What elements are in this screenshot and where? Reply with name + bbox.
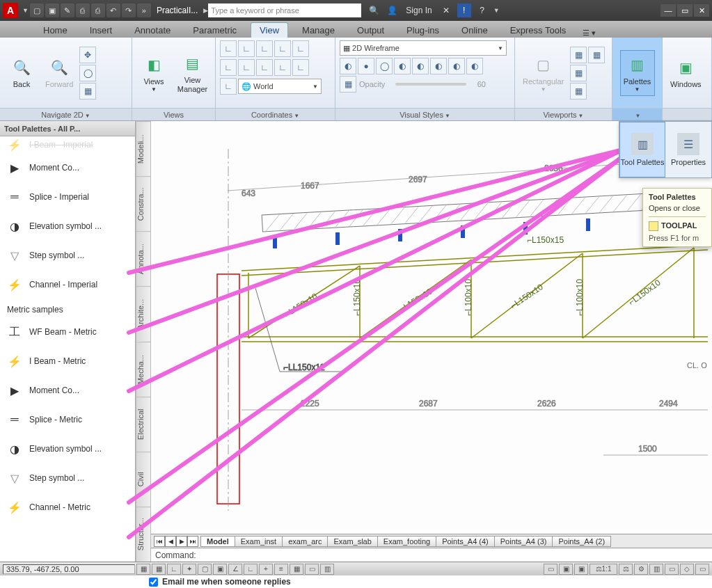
vs-icon-2[interactable]: ●: [358, 58, 374, 74]
back-button[interactable]: 🔍Back: [4, 50, 39, 96]
vs-icon-8[interactable]: ◐: [466, 58, 483, 74]
status-osnap-icon[interactable]: ▢: [198, 564, 212, 575]
side-tab-civil[interactable]: Civil: [136, 452, 150, 507]
layout-nav-prev[interactable]: ◀: [165, 536, 176, 547]
layout-tab-model[interactable]: Model: [200, 536, 235, 547]
ucs-icon-7[interactable]: ∟: [238, 59, 255, 76]
qat-save-icon[interactable]: ✎: [61, 3, 74, 17]
status-iso-icon[interactable]: ◇: [680, 564, 694, 575]
info-icon[interactable]: !: [457, 3, 471, 17]
pan-icon[interactable]: ✥: [79, 47, 96, 63]
status-model-toggle[interactable]: ▭: [544, 564, 557, 575]
tp-item-ibeam-imperial[interactable]: ⚡I Beam - Imperial: [0, 136, 135, 153]
layout-nav-last[interactable]: ⏭: [187, 536, 198, 547]
vs-icon-5[interactable]: ◐: [412, 58, 429, 74]
status-sc-icon[interactable]: ▥: [320, 564, 334, 575]
view-manager-button[interactable]: ▤View Manager: [174, 50, 211, 96]
help-icon[interactable]: ?: [475, 3, 489, 17]
tab-online[interactable]: Online: [453, 23, 496, 38]
panel-views-title[interactable]: Views: [132, 108, 215, 120]
tool-palette-header[interactable]: Tool Palettes - All P...: [0, 121, 135, 136]
tp-item-splice-imperial[interactable]: ═Splice - Imperial: [0, 182, 135, 212]
rectangular-button[interactable]: ▢Rectangular▼: [519, 50, 567, 96]
tab-home[interactable]: Home: [35, 23, 76, 38]
layout-tab-2[interactable]: exam_arc: [282, 536, 328, 547]
side-tab-modeling[interactable]: Modeli...: [136, 121, 150, 176]
panel-visual-styles-title[interactable]: Visual Styles▼: [335, 108, 514, 120]
vs-icon-3[interactable]: ◯: [376, 58, 393, 74]
status-qv-icon[interactable]: ▣: [574, 564, 588, 575]
status-tpy-icon[interactable]: ▦: [290, 564, 303, 575]
doc-arrow[interactable]: ▶: [203, 7, 208, 14]
tab-express[interactable]: Express Tools: [502, 23, 575, 38]
tab-insert[interactable]: Insert: [81, 23, 121, 38]
qat-more-icon[interactable]: »: [137, 3, 151, 17]
email-checkbox[interactable]: [149, 578, 158, 587]
status-toolbar-icon[interactable]: ▥: [649, 564, 663, 575]
qat-saveas-icon[interactable]: ⎙: [76, 3, 90, 17]
ucs-icon-6[interactable]: ∟: [220, 59, 237, 76]
qat-new-icon[interactable]: ▢: [30, 3, 44, 17]
side-tab-mechanical[interactable]: Mecha...: [136, 342, 150, 397]
panel-viewports-title[interactable]: Viewports▼: [515, 108, 612, 120]
ucs-icon-2[interactable]: ∟: [238, 40, 255, 57]
tp-item-channel-metric[interactable]: ⚡Channel - Metric: [0, 493, 135, 522]
side-tab-structural[interactable]: Structur...: [136, 507, 150, 562]
tab-manage[interactable]: Manage: [294, 23, 343, 38]
ucs-icon-4[interactable]: ∟: [274, 40, 291, 57]
status-clean-icon[interactable]: ▭: [695, 564, 709, 575]
status-layout-icon[interactable]: ▣: [559, 564, 573, 575]
properties-item[interactable]: ☰ Properties: [665, 122, 711, 177]
status-grid-icon[interactable]: ▦: [152, 564, 166, 575]
vs-icon-6[interactable]: ◐: [430, 58, 447, 74]
status-ducs-icon[interactable]: ∟: [244, 564, 258, 575]
tp-item-elevation-imperial[interactable]: ◑Elevation symbol ...: [0, 212, 135, 241]
tp-item-moment-imperial[interactable]: ▶Moment Co...: [0, 153, 135, 182]
ucs-icon-8[interactable]: ∟: [256, 59, 273, 76]
tab-annotate[interactable]: Annotate: [126, 23, 179, 38]
status-3dosnap-icon[interactable]: ▣: [213, 564, 227, 575]
vs-icon-4[interactable]: ◐: [394, 58, 411, 74]
drawing-area[interactable]: 643 1667 2697 2636: [151, 121, 712, 562]
layout-tab-7[interactable]: Points_A4 (2): [552, 536, 611, 547]
vp-icon-4[interactable]: ▦: [570, 83, 587, 100]
user-icon[interactable]: 👤: [385, 3, 399, 17]
vp-icon-1[interactable]: ▦: [570, 47, 587, 63]
visual-style-dropdown[interactable]: ▦ 2D Wireframe▼: [340, 40, 507, 56]
app-logo[interactable]: A: [3, 3, 18, 18]
tp-item-wfbeam-metric[interactable]: 工WF Beam - Metric: [0, 317, 135, 347]
tp-item-ibeam-metric[interactable]: ⚡I Beam - Metric: [0, 347, 135, 376]
status-hw-icon[interactable]: ▭: [665, 564, 679, 575]
status-otrack-icon[interactable]: ∠: [228, 564, 242, 575]
forward-button[interactable]: 🔍Forward: [42, 50, 77, 96]
layout-tab-4[interactable]: Exam_footing: [377, 536, 436, 547]
tp-item-step-metric[interactable]: ▽Step symbol ...: [0, 463, 135, 493]
tp-item-step-imperial[interactable]: ▽Step symbol ...: [0, 241, 135, 270]
app-menu-arrow[interactable]: ▼: [22, 7, 29, 14]
sign-in-link[interactable]: Sign In: [406, 6, 432, 15]
status-dyn-icon[interactable]: +: [259, 564, 273, 575]
vs-icon-1[interactable]: ◐: [340, 58, 356, 74]
windows-button[interactable]: ▣Windows: [667, 50, 705, 96]
tool-palettes-item[interactable]: ▥ Tool Palettes: [619, 122, 665, 177]
status-snap-icon[interactable]: ▦: [136, 564, 150, 575]
panel-navigate-title[interactable]: Navigate 2D▼: [0, 108, 132, 120]
layout-tab-5[interactable]: Points_A4 (4): [436, 536, 495, 547]
vp-icon-3[interactable]: ▦: [570, 65, 587, 81]
tp-item-splice-metric[interactable]: ═Splice - Metric: [0, 405, 135, 434]
layout-tab-1[interactable]: Exam_inst: [235, 536, 283, 547]
restore-button[interactable]: ▭: [677, 4, 693, 17]
status-annoscale[interactable]: ⚖ 1:1: [590, 564, 617, 575]
status-polar-icon[interactable]: ✦: [182, 564, 196, 575]
layout-nav-first[interactable]: ⏮: [154, 536, 165, 547]
ucs-world-dropdown[interactable]: 🌐 World▼: [238, 79, 322, 94]
layout-tab-3[interactable]: Exam_slab: [327, 536, 377, 547]
qat-plot-icon[interactable]: ⎙: [91, 3, 105, 17]
side-tab-electrical[interactable]: Electrical: [136, 397, 150, 452]
qat-undo-icon[interactable]: ↶: [106, 3, 120, 17]
status-lwt-icon[interactable]: ≡: [274, 564, 288, 575]
vs-icon-7[interactable]: ◐: [448, 58, 465, 74]
opacity-toggle[interactable]: ▦: [340, 76, 356, 93]
status-ws-icon[interactable]: ⚙: [634, 564, 648, 575]
status-qp-icon[interactable]: ▭: [305, 564, 319, 575]
